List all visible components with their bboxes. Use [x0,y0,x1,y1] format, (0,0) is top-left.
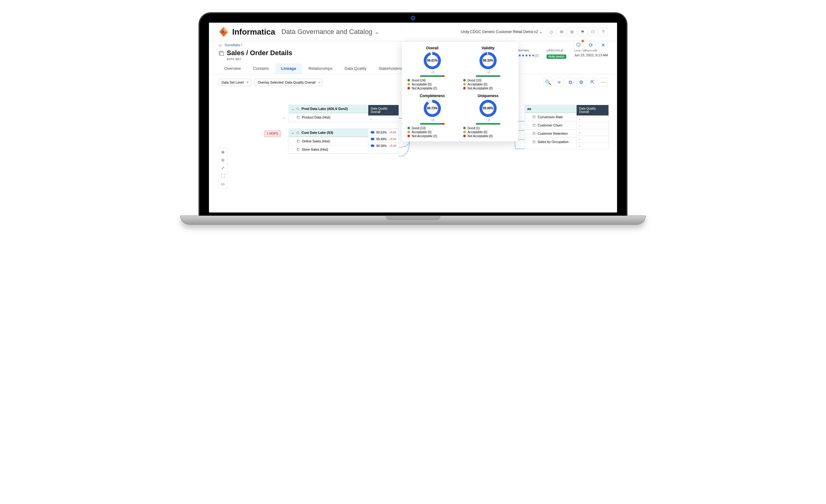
svg-rect-3 [297,117,299,119]
dataset-icon [296,139,300,143]
fullscreen-button[interactable]: ⛶ [219,172,226,180]
zoom-out-button[interactable]: ⊖ [219,156,226,164]
donut-chart: 99.99% [479,100,497,117]
group-header[interactable]: au [525,105,576,113]
cloud-icon [296,131,300,134]
export-button[interactable]: ⇱ [588,78,597,87]
minimap-button[interactable]: ▭ [219,180,226,188]
dq-cell: - [368,115,399,122]
data-quality-popover: Overall96.01%↑ 0Good (24)Acceptable (0)N… [402,42,518,141]
dq-metric-uniqueness: Uniqueness99.99%↑ 0Good (1)Acceptable (0… [463,94,513,138]
metric-legend: Good (10)Acceptable (0)Not Acceptable (0… [463,79,513,90]
dq-cell: - [577,136,608,142]
svg-rect-13 [533,125,535,126]
module-switcher[interactable]: ⌄ [375,29,379,35]
donut-chart: 89.73% [424,100,441,117]
lineage-node[interactable]: Online Sales (Hist) [289,137,368,145]
lineage-node[interactable]: Product Data (Hist) [289,113,368,121]
metric-legend: Good (1)Acceptable (0)Not Acceptable (0) [463,126,513,138]
lineage-node[interactable]: Conversion Rate [525,113,576,121]
dq-metric-completeness: Completeness89.73%↑ 0Good (13)Acceptable… [408,94,457,138]
svg-rect-15 [533,133,535,135]
tag-icon[interactable]: ◇ [546,27,556,37]
lineage-node[interactable]: Store Sales (Hist) [289,145,368,153]
inbox-icon[interactable]: ✉ [557,27,566,37]
metric-legend: Good (24)Acceptable (0)Not Acceptable (2… [408,79,457,90]
help-icon[interactable]: ? [599,27,608,37]
context-selector[interactable]: Unity CDGC Generic Customer Retail Demo … [461,30,542,34]
page-title: Sales / Order Details [227,49,292,57]
metric-title: Overall [408,46,457,50]
tab-lineage[interactable]: Lineage [275,63,302,74]
dq-cell: 99.58% ↓-0.43 [368,142,399,149]
metric-title: Validity [463,46,513,50]
tab-contains[interactable]: Contains [247,63,275,74]
comments-button[interactable]: 🗨 [574,41,583,50]
metric-title: Uniqueness [463,94,513,98]
dataset-icon [296,147,300,151]
hops-badge[interactable]: 1 HOPS [264,130,281,137]
refresh-button[interactable]: ⟳ [586,41,596,50]
laptop-base [180,215,646,225]
group-header[interactable]: ⌄ Cust Date Lake (S3) [289,129,368,137]
metric-bar [420,75,445,77]
group-header[interactable]: ⌄ Prod Data Lake (ADLS Gen2) [289,105,368,113]
copy-icon[interactable]: ⧉ [568,27,577,37]
rating-stars[interactable]: ★★★★★(3) [518,53,539,58]
dq-cell: - [577,142,608,149]
dq-metric-validity: Validity98.33%↑ 0Good (10)Acceptable (0)… [463,46,513,90]
svg-rect-17 [533,141,535,143]
dq-cell: - [577,122,608,129]
dataset-icon [296,115,300,119]
dq-column-header: Data Quality Overall [368,105,399,115]
dq-cell: - [577,129,608,136]
informatica-logo-icon [218,26,229,37]
settings-button[interactable]: ⚙ [577,78,586,87]
metric-trend: ↑ 0 [463,119,513,122]
svg-rect-11 [533,116,535,118]
laptop-camera [411,16,415,20]
tab-relationships[interactable]: Relationships [302,63,339,74]
compare-button[interactable]: ⧉ [566,78,575,87]
overlay-chip[interactable]: Overlay Selected: Data Quality Overall× [254,79,322,86]
cloud-icon [296,107,300,111]
dataset-icon [532,115,536,119]
top-bar: Informatica Data Governance and Catalog … [209,23,617,41]
tab-data-quality[interactable]: Data Quality [339,63,373,74]
dq-cell: 99.49% ↓-0.44 [368,136,399,142]
level-select[interactable]: Data Set Level [218,79,251,86]
metric-bar [476,75,500,77]
more-button[interactable]: ⋯ [599,78,608,87]
lineage-group-tableau: au Conversion Rate Customer Churn Custom… [525,105,609,152]
donut-chart: 98.33% [479,52,497,69]
metric-trend: ↑ 0 [463,71,513,74]
lineage-canvas[interactable]: 1 HOPS ⌄ Prod Data Lake (ADLS Gen2) [209,90,617,189]
module-name: Data Governance and Catalog [281,28,372,36]
brand-logo[interactable]: Informatica [218,26,275,37]
flag-icon[interactable]: ⚑ [578,27,587,37]
search-button[interactable]: 🔍 [543,78,553,87]
dq-cell: - [577,115,608,122]
zoom-in-button[interactable]: ⊕ [219,148,226,156]
brand-name: Informatica [232,27,275,37]
lineage-node[interactable]: Customer Churn [525,121,576,129]
tab-overview[interactable]: Overview [218,63,247,74]
metric-title: Completeness [408,94,457,98]
dataset-icon [532,123,536,127]
user-icon[interactable]: ⚇ [588,27,597,37]
dq-metric-overall: Overall96.01%↑ 0Good (24)Acceptable (0)N… [408,46,457,90]
metric-trend: ↑ 0 [408,71,457,74]
dataset-icon [532,140,536,144]
lineage-group-cust-data-lake: ⌄ Cust Date Lake (S3) Online Sales (Hist… [289,129,399,157]
lineage-node[interactable]: Sales by Occupation [525,137,576,146]
fit-button[interactable]: ⤢ [219,165,226,172]
lineage-group-prod-data-lake: ⌄ Prod Data Lake (ADLS Gen2) Product Dat… [289,105,399,126]
metric-bar [420,123,445,125]
dq-column-header: Data Quality Overall [577,105,608,115]
remove-overlay-icon[interactable]: × [318,80,320,84]
filter-button[interactable]: ≡ [554,78,564,87]
close-button[interactable]: ✕ [598,41,608,50]
dataset-icon [218,50,224,56]
lineage-node[interactable]: Customer Retention [525,129,576,137]
donut-chart: 96.01% [424,52,441,69]
